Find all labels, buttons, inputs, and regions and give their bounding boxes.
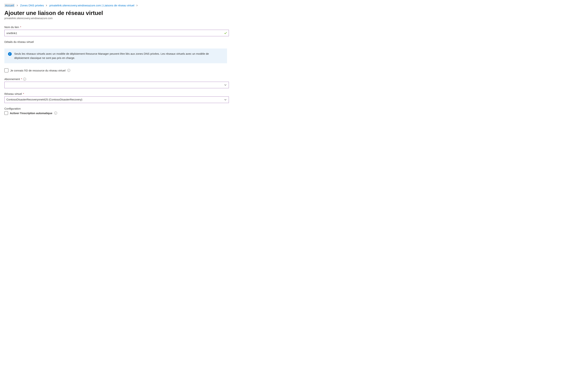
required-indicator: * xyxy=(21,78,22,80)
info-box: i Seuls les réseaux virtuels avec un mod… xyxy=(5,48,227,63)
link-name-input[interactable] xyxy=(5,30,229,36)
configuration-heading: Configuration xyxy=(5,107,229,110)
breadcrumb-resource[interactable]: privatelink.siterecovery.windowsazure.co… xyxy=(49,4,134,7)
breadcrumb-home[interactable]: Accueil xyxy=(5,4,15,7)
info-icon: i xyxy=(8,52,12,56)
page-subtitle: privatelink.siterecovery.windowsazure.co… xyxy=(5,17,581,20)
info-tooltip-icon[interactable]: i xyxy=(23,78,26,80)
link-name-label: Nom du lien * xyxy=(5,26,229,29)
page-title: Ajouter une liaison de réseau virtuel xyxy=(5,10,581,16)
know-resource-id-label: Je connais l'ID de ressource du réseau v… xyxy=(10,69,66,72)
info-text: Seuls les réseaux virtuels avec un modèl… xyxy=(14,52,223,60)
chevron-right-icon xyxy=(17,4,18,6)
breadcrumb: Accueil Zones DNS privées privatelink.si… xyxy=(5,4,581,7)
subscription-select[interactable] xyxy=(5,82,229,88)
chevron-right-icon xyxy=(136,4,138,6)
required-indicator: * xyxy=(20,26,21,29)
vnet-details-heading: Détails du réseau virtuel xyxy=(5,40,229,44)
virtual-network-select[interactable]: ContosoDisasterRecoveryvnet425 (ContosoD… xyxy=(5,96,229,103)
breadcrumb-dns-zones[interactable]: Zones DNS privées xyxy=(20,4,44,7)
auto-registration-checkbox[interactable] xyxy=(5,111,8,115)
chevron-right-icon xyxy=(46,4,48,6)
info-tooltip-icon[interactable]: i xyxy=(54,112,57,114)
know-resource-id-checkbox[interactable] xyxy=(5,68,9,72)
required-indicator: * xyxy=(23,92,24,95)
virtual-network-label: Réseau virtuel * xyxy=(5,92,229,95)
info-tooltip-icon[interactable]: i xyxy=(67,69,70,72)
subscription-label: Abonnement * i xyxy=(5,78,229,80)
auto-registration-label: Activer l'inscription automatique xyxy=(10,112,52,115)
checkmark-icon xyxy=(224,32,227,34)
